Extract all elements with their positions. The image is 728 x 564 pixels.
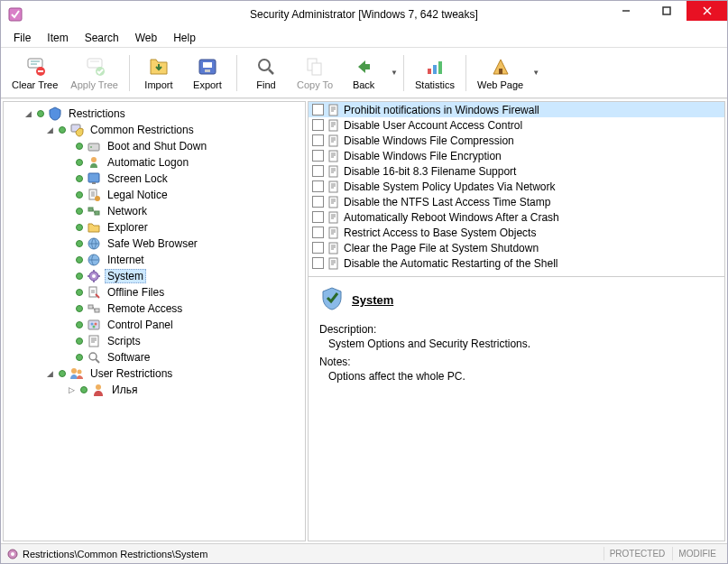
list-row[interactable]: Prohibit notifications in Windows Firewa… <box>309 102 724 117</box>
svg-rect-52 <box>329 105 337 116</box>
status-path: Restrictions\Common Restrictions\System <box>23 549 604 559</box>
tree-node-restrictions[interactable]: ◢ Restrictions <box>5 106 303 122</box>
tree-node-user-restrictions[interactable]: ◢ User Restrictions <box>5 365 303 382</box>
svg-rect-41 <box>95 309 99 312</box>
export-button[interactable]: Export <box>184 51 231 96</box>
checkbox[interactable] <box>312 211 324 223</box>
find-button[interactable]: Find <box>243 51 290 96</box>
tree-node-item[interactable]: Explorer <box>5 219 303 236</box>
tree-node-item[interactable]: Software <box>5 349 303 365</box>
item-icon <box>87 220 101 235</box>
apply-tree-button[interactable]: Apply Tree <box>65 51 124 96</box>
menu-help[interactable]: Help <box>166 29 203 47</box>
list-row[interactable]: Disable Windows File Encryption <box>309 148 724 163</box>
tree-node-common-restrictions[interactable]: ◢ Common Restrictions <box>5 122 303 138</box>
item-icon <box>87 269 101 283</box>
tree-node-item[interactable]: Scripts <box>5 333 303 349</box>
bullet-icon <box>76 224 83 231</box>
menu-web[interactable]: Web <box>128 29 164 47</box>
item-icon <box>87 318 101 332</box>
web-page-dropdown-icon[interactable]: ▼ <box>532 69 539 77</box>
checkbox[interactable] <box>312 104 324 116</box>
import-button[interactable]: Import <box>135 51 182 96</box>
checkbox[interactable] <box>312 165 324 177</box>
checkbox[interactable] <box>312 196 324 208</box>
tree-node-item[interactable]: Offline Files <box>5 284 303 300</box>
list-row[interactable]: Automatically Reboot Windows After a Cra… <box>309 209 724 225</box>
back-button[interactable]: Back <box>340 51 387 96</box>
checkbox[interactable] <box>312 150 324 162</box>
list-row[interactable]: Clear the Page File at System Shutdown <box>309 240 724 255</box>
shield-icon <box>48 106 62 121</box>
tree-node-item[interactable]: Control Panel <box>5 317 303 333</box>
tree-node-item[interactable]: Legal Notice <box>5 187 303 203</box>
clear-tree-button[interactable]: Clear Tree <box>6 51 63 96</box>
svg-point-32 <box>95 196 100 201</box>
list-panel[interactable]: Prohibit notifications in Windows Firewa… <box>308 101 725 277</box>
svg-line-48 <box>96 359 99 363</box>
tree-node-item[interactable]: Internet <box>5 252 303 268</box>
list-row[interactable]: Disable the NTFS Last Access Time Stamp <box>309 194 724 209</box>
tree-node-item[interactable]: Network <box>5 203 303 219</box>
web-page-button[interactable]: Web Page <box>472 51 529 96</box>
detail-title: System <box>352 293 393 307</box>
svg-point-27 <box>90 146 92 148</box>
minimize-button[interactable] <box>605 1 646 21</box>
tree-label: Automatic Logon <box>105 155 191 170</box>
checkbox[interactable] <box>312 119 324 131</box>
back-label: Back <box>353 79 374 90</box>
tree-label: Legal Notice <box>105 188 170 202</box>
tree-panel[interactable]: ◢ Restrictions ◢ Common Restrictions Boo… <box>3 101 306 541</box>
expand-icon[interactable]: ▷ <box>67 385 77 395</box>
list-row[interactable]: Disable 16-bit 8.3 Filename Support <box>309 163 724 179</box>
statistics-button[interactable]: Statistics <box>410 51 460 96</box>
svg-point-64 <box>11 552 14 556</box>
copy-to-button[interactable]: Copy To <box>291 51 338 96</box>
tree-node-item[interactable]: Boot and Shut Down <box>5 138 303 154</box>
maximize-button[interactable] <box>646 1 687 21</box>
svg-point-43 <box>91 323 94 326</box>
page-icon <box>327 150 340 162</box>
bullet-icon <box>76 208 83 215</box>
tree-label: Safe Web Browser <box>105 236 200 251</box>
checkbox[interactable] <box>312 227 324 238</box>
back-dropdown-icon[interactable]: ▼ <box>391 69 398 77</box>
svg-point-28 <box>91 157 97 162</box>
checkbox[interactable] <box>312 242 324 254</box>
notes-text: Options affect the whole PC. <box>328 370 714 383</box>
tree-node-item[interactable]: Automatic Logon <box>5 154 303 171</box>
page-icon <box>327 196 340 208</box>
menu-search[interactable]: Search <box>78 29 126 47</box>
list-row[interactable]: Disable System Policy Updates Via Networ… <box>309 179 724 194</box>
svg-rect-30 <box>92 182 96 184</box>
collapse-icon[interactable]: ◢ <box>23 109 33 119</box>
menu-item[interactable]: Item <box>40 29 75 47</box>
list-row[interactable]: Disable User Account Access Control <box>309 117 724 133</box>
item-icon <box>87 334 101 348</box>
description-text: System Options and Security Restrictions… <box>328 337 714 350</box>
list-row[interactable]: Disable Windows File Compression <box>309 133 724 148</box>
tree-label: Илья <box>109 383 140 397</box>
collapse-icon[interactable]: ◢ <box>45 369 55 379</box>
close-button[interactable] <box>687 1 727 21</box>
list-row[interactable]: Restrict Access to Base System Objects <box>309 225 724 240</box>
svg-rect-61 <box>329 243 337 254</box>
import-label: Import <box>144 79 172 90</box>
list-label: Prohibit notifications in Windows Firewa… <box>344 104 539 116</box>
tree-node-item[interactable]: Screen Lock <box>5 171 303 187</box>
tree-node-user[interactable]: ▷ Илья <box>5 382 303 398</box>
checkbox[interactable] <box>312 134 324 146</box>
menu-file[interactable]: File <box>6 29 38 47</box>
svg-rect-21 <box>428 69 431 74</box>
list-row[interactable]: Disable the Automatic Restarting of the … <box>309 255 724 271</box>
apply-tree-label: Apply Tree <box>70 79 118 90</box>
tree-node-item[interactable]: System <box>5 268 303 284</box>
toolbar-separator <box>236 55 237 91</box>
checkbox[interactable] <box>312 257 324 269</box>
tree-label: Remote Access <box>105 301 185 316</box>
collapse-icon[interactable]: ◢ <box>45 125 55 135</box>
checkbox[interactable] <box>312 180 324 192</box>
tree-node-item[interactable]: Remote Access <box>5 300 303 317</box>
tree-node-item[interactable]: Safe Web Browser <box>5 236 303 252</box>
svg-rect-54 <box>329 135 337 146</box>
